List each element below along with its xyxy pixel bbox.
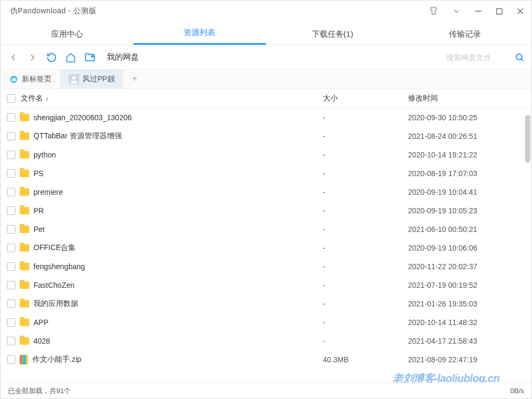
file-row[interactable]: Pet-2021-06-10 00:50:21 (1, 220, 531, 238)
refresh-button[interactable] (44, 50, 59, 65)
folder-icon (20, 244, 29, 252)
row-checkbox[interactable] (7, 132, 15, 140)
folder-icon (20, 132, 29, 140)
back-button[interactable] (6, 50, 21, 65)
file-row[interactable]: QTTabBar 资源管理器增强-2021-08-24 00:26:51 (1, 127, 531, 145)
scrollbar-thumb[interactable] (525, 115, 530, 163)
file-date-cell: 2020-09-19 10:06:06 (408, 244, 525, 252)
file-size-cell: - (323, 337, 408, 345)
row-checkbox[interactable] (7, 300, 15, 308)
file-row[interactable]: OFFICE合集-2020-09-19 10:06:06 (1, 238, 531, 257)
file-size-cell: - (323, 169, 408, 178)
folder-icon (20, 114, 29, 121)
row-checkbox[interactable] (7, 318, 15, 327)
search-icon[interactable] (514, 52, 525, 63)
file-name-label: APP (34, 318, 48, 327)
row-checkbox[interactable] (7, 355, 15, 364)
file-date-cell: 2021-08-24 00:26:51 (408, 132, 525, 140)
file-row[interactable]: PS-2020-08-19 17:07:03 (1, 164, 531, 182)
minimize-button[interactable] (475, 7, 482, 15)
file-size-cell: - (323, 244, 408, 252)
select-all-checkbox[interactable] (7, 94, 15, 103)
tab-download-tasks[interactable]: 下载任务(1) (266, 24, 399, 45)
search-input[interactable] (446, 53, 510, 62)
file-row[interactable]: python-2020-10-14 19:21:22 (1, 145, 531, 164)
chevron-down-icon[interactable] (452, 7, 461, 15)
file-name-cell: python (20, 151, 323, 159)
row-checkbox[interactable] (7, 337, 15, 345)
svg-rect-1 (496, 9, 502, 14)
file-row[interactable]: 我的应用数据-2021-01-26 19:35:03 (1, 294, 531, 313)
maximize-button[interactable] (496, 8, 503, 15)
close-button[interactable] (517, 7, 524, 15)
file-row[interactable]: PR-2020-09-19 10:05:23 (1, 201, 531, 220)
file-row[interactable]: APP-2020-10-14 11:48:32 (1, 313, 531, 331)
file-name-label: PS (34, 169, 44, 178)
row-checkbox[interactable] (7, 244, 15, 252)
file-name-label: premiere (34, 188, 63, 196)
file-name-cell: PR (20, 206, 323, 215)
file-size-cell: - (323, 151, 408, 159)
column-date-header[interactable]: 修改时间 (408, 94, 525, 103)
file-size-cell: - (323, 225, 408, 234)
file-row[interactable]: 作文小能手.zip40.3MB2021-08-09 22:47:19 (1, 350, 531, 369)
row-checkbox[interactable] (7, 113, 15, 122)
column-size-header[interactable]: 大小 (323, 94, 408, 103)
row-checkbox[interactable] (7, 225, 15, 234)
file-row[interactable]: shengjian_20200603_130206-2020-09-30 10:… (1, 108, 531, 127)
home-button[interactable] (63, 50, 78, 65)
file-name-cell: FastChoZen (20, 281, 323, 289)
file-name-label: python (34, 151, 56, 159)
file-row[interactable]: fengshengbang-2020-11-22 20:02:37 (1, 257, 531, 276)
row-checkbox[interactable] (7, 281, 15, 289)
file-name-label: 我的应用数据 (34, 299, 78, 309)
new-tab-item[interactable]: 新标签页 (1, 70, 60, 88)
file-row[interactable]: FastChoZen-2021-07-19 00:19:52 (1, 276, 531, 294)
row-checkbox[interactable] (7, 169, 15, 178)
file-size-cell: - (323, 206, 408, 215)
svg-line-7 (521, 59, 523, 61)
file-date-cell: 2020-09-30 10:50:25 (408, 113, 525, 122)
add-tab-button[interactable]: + (123, 73, 146, 85)
tab-app-center[interactable]: 应用中心 (1, 24, 134, 45)
row-checkbox[interactable] (7, 151, 15, 159)
breadcrumb-path[interactable]: 我的网盘 (103, 52, 440, 62)
shirt-icon[interactable] (429, 6, 438, 16)
tab-resource-list[interactable]: 资源列表 (134, 22, 267, 45)
file-name-cell: Pet (20, 225, 323, 234)
folder-icon (20, 151, 29, 159)
file-date-cell: 2021-04-17 21:58:43 (408, 337, 525, 345)
file-size-cell: - (323, 188, 408, 196)
file-size-cell: - (323, 132, 408, 140)
cloud-icon (9, 74, 19, 84)
file-name-label: shengjian_20200603_130206 (34, 113, 132, 122)
statusbar: 已全部加载，共91个 0B/s (1, 383, 531, 398)
new-folder-button[interactable] (82, 50, 97, 65)
file-name-label: PR (34, 206, 44, 215)
folder-icon (20, 319, 29, 326)
file-name-cell: fengshengbang (20, 262, 323, 271)
file-date-cell: 2021-07-19 00:19:52 (408, 281, 525, 289)
row-checkbox[interactable] (7, 262, 15, 271)
file-date-cell: 2020-10-14 11:48:32 (408, 318, 525, 327)
user-tab-label: 风过PP靓 (82, 74, 115, 84)
file-size-cell: - (323, 281, 408, 289)
row-checkbox[interactable] (7, 188, 15, 196)
file-date-cell: 2020-10-14 19:21:22 (408, 151, 525, 159)
user-tab[interactable]: 风过PP靓 (60, 70, 123, 88)
file-name-label: 4028 (34, 337, 50, 345)
folder-icon (20, 300, 29, 307)
file-name-label: Pet (34, 225, 45, 234)
sort-indicator-icon: ↓ (45, 95, 48, 102)
file-name-label: QTTabBar 资源管理器增强 (34, 131, 122, 141)
file-row[interactable]: 4028-2021-04-17 21:58:43 (1, 331, 531, 350)
forward-button[interactable] (25, 50, 40, 65)
file-date-cell: 2020-08-19 17:07:03 (408, 169, 525, 178)
file-row[interactable]: premiere-2020-09-19 10:04:41 (1, 182, 531, 201)
file-name-cell: shengjian_20200603_130206 (20, 113, 323, 122)
row-checkbox[interactable] (7, 206, 15, 215)
column-name-header[interactable]: 文件名 ↓ (20, 94, 323, 103)
tab-transfer-log[interactable]: 传输记录 (399, 24, 532, 45)
file-date-cell: 2020-09-19 10:04:41 (408, 188, 525, 196)
file-name-cell: 我的应用数据 (20, 299, 323, 309)
